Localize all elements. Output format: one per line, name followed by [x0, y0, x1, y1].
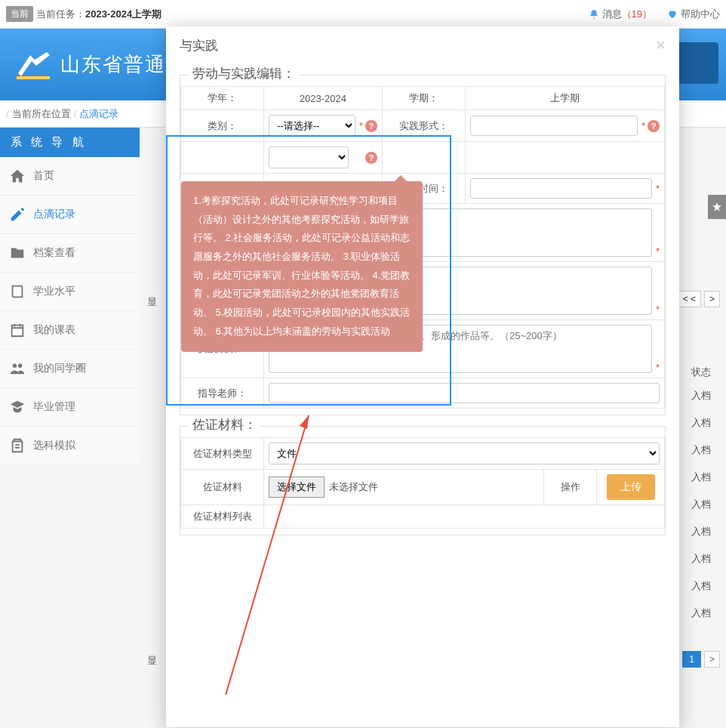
- pager-next[interactable]: >: [704, 291, 720, 307]
- subcategory-select[interactable]: [269, 147, 349, 168]
- home-icon: [9, 168, 26, 184]
- status-cell: 入档: [680, 464, 721, 491]
- choose-file-button[interactable]: 选择文件: [269, 477, 325, 498]
- status-cell: 入档: [680, 572, 721, 600]
- task-tag: 当前: [6, 6, 33, 22]
- fieldset-legend: 佐证材料：: [188, 416, 261, 433]
- modal-title: 与实践: [180, 37, 218, 54]
- sidebar-item-label: 档案查看: [33, 246, 75, 260]
- end-time-input[interactable]: [470, 178, 652, 199]
- task-label: 当前任务：: [36, 8, 85, 21]
- sidebar-item-schedule[interactable]: 我的课表: [0, 311, 140, 350]
- year-label: 学年：: [181, 87, 264, 110]
- sidebar-item-label: 选科模拟: [33, 439, 75, 452]
- clipboard-icon: [9, 437, 26, 454]
- help-label: 帮助中心: [681, 8, 720, 21]
- status-cell: 入档: [680, 409, 721, 436]
- status-header: 状态: [680, 362, 721, 382]
- calendar-icon: [9, 322, 26, 338]
- result-label: 实践成果：: [181, 320, 264, 378]
- sidebar-item-graduation[interactable]: 毕业管理: [0, 388, 140, 427]
- breadcrumb-item[interactable]: 当前所在位置: [12, 107, 71, 121]
- edit-fieldset: 劳动与实践编辑： 学年： 2023-2024 学期： 上学期 类别： --请选择…: [180, 75, 666, 415]
- messages-count: （19）: [622, 8, 652, 21]
- teacher-label: 指导老师：: [181, 378, 264, 409]
- main-text: 显: [147, 654, 157, 668]
- sidebar-item-label: 点滴记录: [33, 208, 75, 221]
- status-cell: 入档: [680, 545, 721, 572]
- required-mark: *: [641, 120, 645, 131]
- side-tab[interactable]: [708, 195, 726, 219]
- term-value: 上学期: [465, 87, 664, 110]
- help-icon[interactable]: ?: [365, 120, 377, 132]
- sidebar-item-records[interactable]: 点滴记录: [0, 196, 140, 234]
- messages-link[interactable]: 消息 （19）: [589, 8, 652, 21]
- practice-form-input[interactable]: [470, 116, 638, 136]
- task-value: 2023-2024上学期: [85, 8, 162, 21]
- file-status: 未选择文件: [329, 480, 378, 494]
- category-select[interactable]: --请选择--: [269, 115, 355, 137]
- material-type-label: 佐证材料类型: [181, 438, 264, 470]
- term-label: 学期：: [382, 87, 465, 110]
- practice-form-label: 实践形式：: [382, 110, 465, 142]
- book-icon: [9, 283, 26, 300]
- modal-dialog: 与实践 × 劳动与实践编辑： 学年： 2023-2024 学期： 上学期 类别：…: [166, 26, 679, 727]
- task-label: 承担任务：: [181, 262, 264, 320]
- sidebar-item-label: 首页: [33, 169, 54, 183]
- sidebar-item-archive[interactable]: 档案查看: [0, 234, 140, 273]
- help-icon[interactable]: ?: [648, 120, 660, 132]
- heart-icon: [667, 9, 678, 20]
- pager-prev-all[interactable]: < <: [678, 291, 701, 307]
- pager-next[interactable]: >: [704, 651, 720, 668]
- monitor-illustration: [677, 42, 718, 84]
- sidebar-item-label: 毕业管理: [33, 400, 75, 414]
- teacher-input[interactable]: [269, 383, 660, 403]
- main-text: 显: [147, 295, 157, 309]
- required-mark: *: [656, 304, 660, 315]
- category-label: 类别：: [181, 110, 264, 142]
- end-time-label: 结束时间：: [382, 174, 465, 204]
- logo-icon: [15, 49, 51, 81]
- year-value: 2023-2024: [264, 87, 383, 110]
- status-cell: 入档: [680, 600, 721, 627]
- status-column: 状态 入档 入档 入档 入档 入档 入档 入档 入档 入档: [680, 362, 721, 627]
- folder-icon: [9, 245, 26, 261]
- users-icon: [9, 360, 26, 377]
- pager-current[interactable]: 1: [682, 651, 701, 668]
- status-cell: 入档: [680, 436, 721, 464]
- operation-header: 操作: [544, 470, 597, 505]
- breadcrumb-item-active[interactable]: 点滴记录: [79, 107, 118, 121]
- required-mark: *: [656, 362, 660, 373]
- material-type-select[interactable]: 文件: [269, 443, 660, 464]
- bell-icon: [589, 9, 599, 20]
- sidebar-item-subject-sim[interactable]: 选科模拟: [0, 427, 140, 465]
- status-cell: 入档: [680, 382, 721, 409]
- materials-fieldset: 佐证材料： 佐证材料类型 文件 佐证材料 选择文件 未选择文件 操作 上传: [180, 426, 666, 535]
- messages-label: 消息: [602, 8, 622, 21]
- sidebar-item-academic[interactable]: 学业水平: [0, 273, 140, 311]
- fieldset-legend: 劳动与实践编辑：: [188, 65, 300, 82]
- banner-title: 山东省普通: [60, 51, 166, 78]
- upload-button[interactable]: 上传: [607, 474, 655, 500]
- edit-icon: [9, 206, 26, 223]
- task-textarea[interactable]: [269, 267, 652, 315]
- close-button[interactable]: ×: [656, 35, 666, 55]
- status-cell: 入档: [680, 491, 721, 518]
- sidebar-item-classmates[interactable]: 我的同学圈: [0, 350, 140, 388]
- required-mark: *: [656, 183, 660, 194]
- material-label: 佐证材料: [181, 470, 264, 505]
- graduation-icon: [9, 399, 26, 415]
- sidebar-item-label: 我的课表: [33, 323, 75, 337]
- sidebar-title: 系 统 导 航: [0, 128, 140, 157]
- sidebar-item-home[interactable]: 首页: [0, 157, 140, 196]
- sidebar-item-label: 学业水平: [33, 285, 75, 298]
- topbar: 当前 当前任务： 2023-2024上学期 消息 （19） 帮助中心: [0, 0, 726, 29]
- material-list-label: 佐证材料列表: [181, 505, 264, 529]
- result-textarea[interactable]: [269, 325, 652, 373]
- help-icon[interactable]: ?: [365, 152, 377, 164]
- star-icon: [712, 202, 722, 212]
- description-textarea[interactable]: [269, 208, 652, 257]
- status-cell: 入档: [680, 518, 721, 545]
- help-link[interactable]: 帮助中心: [667, 8, 720, 21]
- modal-header: 与实践 ×: [166, 26, 679, 64]
